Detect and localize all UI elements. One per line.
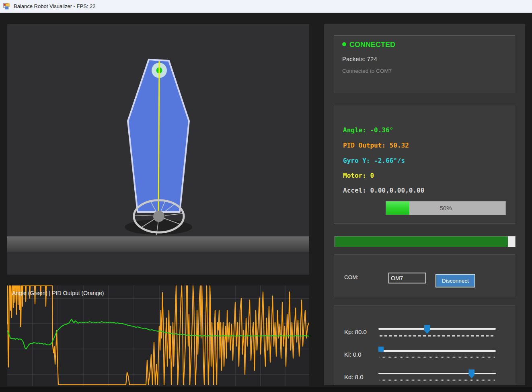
kp-slider-track[interactable]	[378, 328, 496, 330]
pid-tuning-box: Kp: 80.0 Ki: 0.0 Kd: 8.0	[334, 306, 515, 385]
motor-readout: Motor: 0	[343, 172, 374, 179]
telemetry-box: Angle: -0.36° PID Output: 50.32 Gyro Y: …	[334, 106, 515, 224]
connection-info: Connected to COM7	[342, 68, 392, 74]
telemetry-chart: Angle (Green) | PID Output (Orange)	[7, 285, 309, 386]
ki-label: Ki: 0.0	[344, 351, 362, 358]
status-dot-icon	[342, 42, 346, 46]
packets-count: Packets: 724	[342, 55, 377, 62]
kp-label: Kp: 80.0	[344, 328, 367, 335]
kd-label: Kd: 8.0	[344, 374, 364, 380]
disconnect-button[interactable]: Disconnect	[435, 274, 475, 287]
chart-plot-area	[7, 285, 309, 386]
connection-progress-fill	[335, 236, 508, 247]
window-title: Balance Robot Visualizer - FPS: 22	[14, 3, 96, 9]
connection-progress-bar	[335, 236, 516, 247]
robot-drawing	[7, 24, 309, 275]
com-port-input[interactable]	[388, 273, 426, 283]
ki-slider-track[interactable]	[378, 350, 496, 352]
balance-meter: 50%	[386, 201, 506, 215]
wheel-hub	[153, 211, 164, 222]
accel-readout: Accel: 0.00,0.00,0.00	[343, 187, 424, 194]
ki-slider-ticks	[380, 357, 495, 358]
com-label: COM:	[344, 274, 358, 280]
gyro-readout: Gyro Y: -2.66°/s	[343, 157, 405, 164]
connection-status-box: CONNECTED Packets: 724 Connected to COM7	[334, 35, 515, 93]
ki-slider-thumb[interactable]	[378, 347, 384, 352]
kd-slider-track[interactable]	[378, 373, 496, 374]
balance-meter-label: 50%	[386, 201, 505, 215]
angle-readout: Angle: -0.36°	[343, 126, 393, 134]
status-text: CONNECTED	[349, 41, 395, 49]
control-panel: CONNECTED Packets: 724 Connected to COM7…	[324, 24, 525, 385]
com-port-box: COM: Disconnect	[334, 254, 515, 296]
robot-visualization-canvas	[7, 24, 309, 275]
status-line: CONNECTED	[342, 41, 395, 49]
bottom-edge-strip	[0, 387, 532, 392]
pid-output-readout: PID Output: 50.32	[343, 142, 409, 149]
kp-slider-ticks	[380, 335, 495, 337]
kd-slider-ticks	[380, 380, 495, 381]
title-bar: Balance Robot Visualizer - FPS: 22	[0, 0, 532, 13]
kp-slider-thumb[interactable]	[424, 325, 430, 334]
app-icon	[3, 3, 10, 10]
chart-title: Angle (Green) | PID Output (Orange)	[12, 290, 104, 296]
kd-slider-thumb[interactable]	[468, 369, 474, 378]
tilt-axis-line	[158, 61, 159, 216]
ground-strip	[7, 236, 309, 252]
